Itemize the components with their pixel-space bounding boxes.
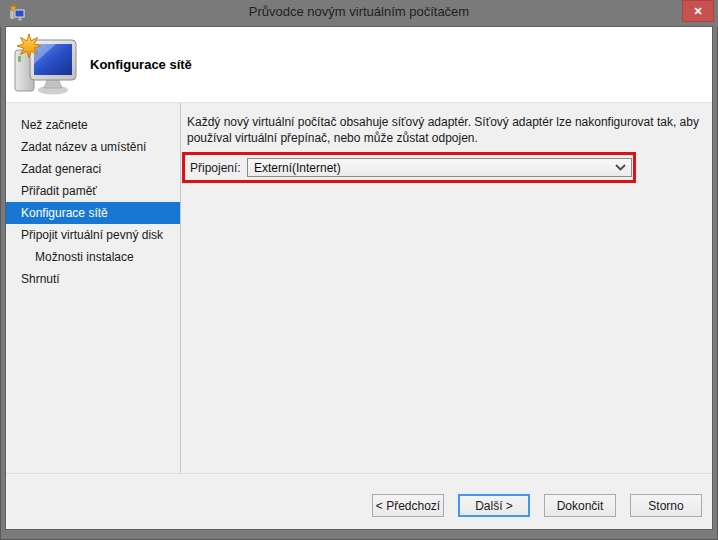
titlebar[interactable]: Průvodce novým virtuálním počítačem ✕ [0,0,718,27]
star-burst-icon [17,34,41,58]
sidebar-divider [180,103,181,473]
description-text: Každý nový virtuální počítač obsahuje sí… [187,114,712,146]
close-icon: ✕ [693,5,702,18]
wizard-steps-sidebar: Než začnete Zadat název a umístění Zadat… [6,103,180,473]
window-body: Konfigurace sítě Než začnete Zadat název… [6,27,712,529]
close-button[interactable]: ✕ [682,0,714,22]
wizard-computer-icon [12,33,80,97]
sidebar-item-moznosti-instalace[interactable]: Možnosti instalace [6,246,180,268]
previous-button[interactable]: < Předchozí [372,494,444,517]
chevron-down-icon [609,164,631,171]
sidebar-item-pripojit-disk[interactable]: Připojit virtuální pevný disk [6,224,180,246]
connection-selected-value: Externí(Internet) [248,161,609,175]
wizard-window: Průvodce novým virtuálním počítačem ✕ [0,0,718,540]
page-title: Konfigurace sítě [90,57,192,72]
cancel-button[interactable]: Storno [630,494,702,517]
footer-divider [6,473,712,474]
next-button[interactable]: Další > [458,494,530,517]
sidebar-item-zadat-nazev[interactable]: Zadat název a umístění [6,136,180,158]
connection-label: Připojení: [190,161,241,175]
sidebar-item-priradit-pamet[interactable]: Přiřadit paměť [6,180,180,202]
wizard-header: Konfigurace sítě [6,27,712,103]
sidebar-item-zadat-generaci[interactable]: Zadat generaci [6,158,180,180]
annotation-highlight: Připojení: Externí(Internet) [182,152,636,183]
window-title: Průvodce novým virtuálním počítačem [0,4,718,19]
sidebar-item-konfigurace-site[interactable]: Konfigurace sítě [6,202,180,224]
footer: < Předchozí Další > Dokončit Storno [6,494,712,517]
connection-dropdown[interactable]: Externí(Internet) [247,158,632,177]
sidebar-item-shrnuti[interactable]: Shrnutí [6,268,180,290]
sidebar-item-nez-zacnete[interactable]: Než začnete [6,114,180,136]
page-content: Každý nový virtuální počítač obsahuje sí… [181,103,712,146]
finish-button[interactable]: Dokončit [544,494,616,517]
